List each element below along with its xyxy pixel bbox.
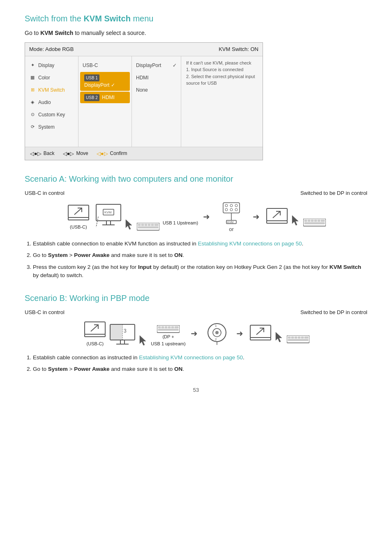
sidebar-item-color: ▦ Color [25,72,78,83]
svg-marker-11 [126,220,132,229]
svg-rect-58 [161,326,164,328]
osd-body: ✦ Display ▦ Color ⊞ KVM Switch ◈ Audio ⊙… [25,56,263,147]
svg-point-24 [235,204,238,207]
arrow-2: ➜ [253,210,260,223]
color-icon: ▦ [29,74,36,81]
scenario-a-label-left: USB-C in control [25,189,65,197]
arrow-1: ➜ [203,210,210,223]
svg-rect-42 [321,220,325,222]
svg-rect-13 [138,224,141,226]
col3-hdmi: HDMI [132,72,181,83]
svg-rect-57 [158,326,161,328]
svg-rect-39 [311,220,314,222]
svg-text:KVM: KVM [227,221,233,224]
osd-col3: DisplayPort✓ HDMI None [132,56,181,147]
link-establishing-kvm-b[interactable]: Establishing KVM connections on page 50 [139,354,243,361]
svg-rect-77 [291,337,294,338]
col3-displayport: DisplayPort✓ [132,60,181,71]
sidebar-label-system: System [38,123,55,131]
svg-rect-60 [168,326,171,328]
svg-rect-79 [298,337,300,338]
laptop-usbc-svg [66,203,91,224]
scenario-a-list-item-1: Establish cable connection to enable KVM… [33,240,367,248]
svg-line-73 [256,328,264,335]
joystick-confirm-icon: ◁●▷ [97,150,108,158]
scenario-b-diagram: (USB-C) 3 [25,320,367,347]
svg-rect-2 [68,217,89,220]
laptop-dp [265,206,289,227]
scenario-b-label-right: Switched to be DP in control [300,308,367,317]
sidebar-item-kvm: ⊞ KVM Switch [25,84,78,96]
b-upstream-label: USB 1 upstream) [151,340,185,347]
osd-kvm-status: KVM Switch: ON [219,45,258,53]
scenario-a-diagram: (USB-C) KVM [25,201,367,234]
svg-marker-35 [292,215,298,225]
b-laptop-dp [248,323,273,344]
customkey-icon: ⊙ [29,111,36,118]
svg-rect-18 [154,224,158,226]
osd-header: Mode: Adobe RGB KVM Switch: ON [25,43,263,56]
sidebar-label-color: Color [38,74,50,81]
osd-footer: ◁●▷ Back ◁●▷ Move ◁●▷ Confirm [25,147,263,160]
b-right-group [248,323,309,344]
scenario-b-labels: USB-C in control Switched to be DP in co… [25,308,367,317]
svg-rect-33 [267,221,287,223]
svg-point-23 [230,204,233,207]
or-text: or [229,225,234,234]
link-establishing-kvm-a[interactable]: Establishing KVM connections on page 50 [198,240,302,247]
scenario-b-label-left: USB-C in control [25,308,65,317]
b-laptop-dp-svg [248,323,273,344]
svg-point-27 [235,208,238,211]
scenario-a-list: Establish cable connection to enable KVM… [33,240,367,280]
footer-move: ◁●▷ Move [63,150,88,158]
joystick-move-icon: ◁●▷ [63,150,74,158]
monitor-dp-group: KVM (DP + [94,202,159,231]
svg-point-22 [225,204,228,207]
kvm-hub-group: KVM or [215,201,248,234]
osd-menu: Mode: Adobe RGB KVM Switch: ON ✦ Display… [25,42,263,160]
usbc-label: (USB-C) [70,224,87,231]
scenario-b-title: Scenario B: Working in PBP mode [25,292,367,304]
b-laptop-usbc-svg [83,320,107,340]
cursor-icon [124,219,136,231]
kvm-hub-svg: KVM [215,201,248,225]
dp-label: USB 1 Upstream) [163,220,198,227]
svg-rect-59 [165,326,167,328]
scenario-a-list-item-3: Press the custom key 2 (as the hot key f… [33,263,367,280]
b-keyboard-right [287,335,309,344]
svg-text:1: 1 [215,324,217,328]
b-hotkey-puck: 1 2 [203,321,231,346]
col2-usbc: USB-C [78,60,131,71]
sidebar-label-display: Display [38,62,54,69]
scenario-b-list-item-1: Establish cable connection as instructed… [33,354,367,362]
svg-rect-76 [288,337,291,338]
svg-marker-55 [140,335,146,345]
svg-rect-50 [111,325,122,340]
col3-none: None [132,84,181,96]
sidebar-item-customkey: ⊙ Custom Key [25,109,78,120]
svg-point-26 [230,208,233,211]
sidebar-item-display: ✦ Display [25,60,78,71]
scenario-a-list-item-2: Go to System > Power Awake and make sure… [33,251,367,259]
svg-rect-43 [304,222,325,224]
svg-text:KVM: KVM [104,210,112,214]
kvm-icon: ⊞ [29,86,36,93]
sidebar-label-customkey: Custom Key [38,111,65,118]
b-arrow-2: ➜ [236,327,243,340]
svg-marker-74 [276,332,282,342]
col2-displayport: USB 1 DisplayPort ✓ [80,72,130,91]
footer-confirm: ◁●▷ Confirm [97,150,127,158]
b-dp-label: (DP + [162,333,174,340]
footer-move-label: Move [76,150,88,157]
svg-line-3 [74,208,82,215]
sidebar-item-audio: ◈ Audio [25,97,78,108]
cursor-icon-right [290,215,302,227]
svg-rect-81 [304,337,308,338]
svg-rect-80 [301,337,304,338]
footer-back: ◁●▷ Back [30,150,55,158]
b-monitor-pbp: 3 [108,322,137,347]
joystick-back-icon: ◁●▷ [30,150,42,158]
svg-rect-38 [308,220,310,222]
sidebar-item-system: ⟳ System [25,121,78,133]
b-cursor-left [138,335,150,347]
